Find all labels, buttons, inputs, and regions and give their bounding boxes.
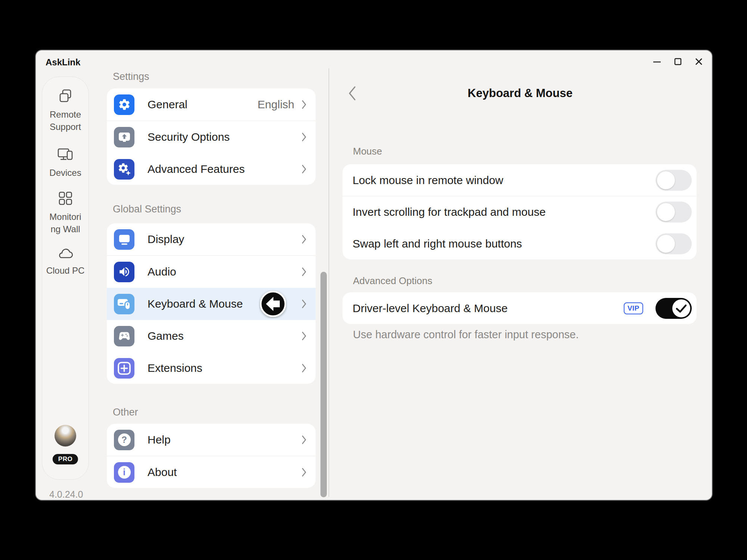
nav-label-line: Remote	[50, 109, 81, 119]
screen-upload-icon	[114, 127, 134, 147]
nav-label-line: ng Wall	[50, 224, 80, 234]
list-item-label: Extensions	[148, 362, 301, 374]
nav-label-line: Support	[50, 122, 81, 132]
avatar[interactable]	[55, 425, 76, 447]
pro-badge: PRO	[53, 454, 78, 464]
list-item-general[interactable]: General English	[107, 88, 316, 121]
section-header-settings: Settings	[113, 73, 149, 83]
setting-label: Driver-level Keyboard & Mouse	[353, 302, 624, 315]
info-icon: i	[114, 462, 134, 483]
nav-label-line: Cloud PC	[46, 265, 85, 276]
plus-square-icon	[114, 358, 134, 379]
list-item-help[interactable]: ? Help	[107, 424, 316, 456]
chevron-right-icon	[301, 299, 307, 309]
list-item-security-options[interactable]: Security Options	[107, 121, 316, 153]
app-title: AskLink	[46, 57, 80, 68]
list-item-audio[interactable]: Audio	[107, 256, 316, 288]
list-item-label: Advanced Features	[148, 163, 301, 175]
invert-scrolling-toggle[interactable]	[655, 202, 692, 223]
list-item-value: English	[258, 98, 294, 111]
page-title: Keyboard & Mouse	[329, 87, 711, 100]
sidebar-item-monitoring-wall[interactable]: Monitori ng Wall	[42, 190, 89, 235]
list-item-label: About	[148, 466, 301, 479]
list-item-extensions[interactable]: Extensions	[107, 352, 316, 384]
cloud-icon	[57, 247, 74, 260]
list-item-display[interactable]: Display	[107, 223, 316, 255]
lock-mouse-toggle[interactable]	[655, 170, 692, 191]
nav-label-line: Monitori	[49, 212, 81, 222]
gamepad-icon	[114, 326, 134, 346]
check-icon	[672, 299, 690, 317]
setting-label: Invert scrolling for trackpad and mouse	[353, 206, 655, 218]
sidebar-nav: Remote Support Devices Monitori ng Wall	[42, 77, 89, 480]
settings-card: General English Security Options	[107, 88, 316, 185]
section-header-global-settings: Global Settings	[113, 203, 181, 215]
chevron-right-icon	[301, 234, 307, 244]
monitoring-wall-icon	[58, 190, 73, 206]
app-version: 4.0.24.0	[49, 489, 83, 500]
other-card: ? Help i About	[107, 424, 316, 488]
chevron-right-icon	[301, 331, 307, 341]
driver-level-toggle[interactable]	[655, 298, 692, 319]
setting-row-lock-mouse: Lock mouse in remote window	[342, 164, 697, 196]
setting-row-driver-level: Driver-level Keyboard & Mouse VIP	[342, 292, 697, 324]
toggle-knob	[672, 299, 690, 317]
chevron-right-icon	[301, 100, 307, 109]
chevron-right-icon	[301, 467, 307, 477]
sidebar-item-devices[interactable]: Devices	[42, 147, 89, 179]
mouse-cursor-icon	[259, 290, 287, 320]
gear-sparkle-icon	[114, 159, 134, 180]
nav-label-line: Devices	[49, 168, 81, 178]
chevron-right-icon	[301, 363, 307, 373]
chevron-right-icon	[301, 435, 307, 445]
scrollbar-thumb[interactable]	[320, 272, 327, 497]
monitor-icon	[114, 229, 134, 250]
toggle-knob	[657, 235, 675, 253]
list-item-label: General	[148, 98, 258, 111]
list-item-about[interactable]: i About	[107, 456, 316, 488]
setting-label: Swap left and right mouse buttons	[353, 237, 655, 250]
question-glyph: ?	[121, 435, 127, 445]
info-glyph: i	[123, 467, 125, 477]
chevron-right-icon	[301, 267, 307, 277]
detail-panel: Keyboard & Mouse Mouse Lock mouse in rem…	[329, 50, 711, 500]
section-header-mouse: Mouse	[353, 146, 382, 157]
list-item-label: Security Options	[148, 131, 301, 143]
chevron-right-icon	[301, 132, 307, 142]
setting-footnote: Use hardware control for faster input re…	[353, 329, 579, 341]
setting-row-invert-scrolling: Invert scrolling for trackpad and mouse	[342, 196, 697, 228]
remote-support-icon	[58, 88, 73, 104]
chevron-right-icon	[301, 164, 307, 174]
sidebar-item-remote-support[interactable]: Remote Support	[42, 88, 89, 133]
app-window: AskLink Remote Support	[36, 50, 712, 500]
list-item-label: Games	[148, 330, 301, 342]
list-item-games[interactable]: Games	[107, 320, 316, 352]
section-header-other: Other	[113, 407, 138, 418]
list-item-label: Display	[148, 233, 301, 246]
swap-buttons-toggle[interactable]	[655, 233, 692, 254]
toggle-knob	[657, 203, 675, 221]
keyboard-mouse-icon	[114, 294, 134, 314]
setting-label: Lock mouse in remote window	[353, 174, 655, 187]
list-item-label: Help	[148, 433, 301, 446]
vip-badge: VIP	[624, 302, 643, 314]
setting-row-swap-buttons: Swap left and right mouse buttons	[342, 228, 697, 259]
speaker-icon	[114, 262, 134, 282]
sidebar-item-cloud-pc[interactable]: Cloud PC	[42, 247, 89, 277]
question-icon: ?	[114, 430, 134, 450]
mouse-settings-card: Lock mouse in remote window Invert scrol…	[342, 164, 697, 259]
section-header-advanced-options: Advanced Options	[353, 275, 432, 287]
settings-list-panel: Settings General English	[107, 73, 316, 498]
advanced-options-card: Driver-level Keyboard & Mouse VIP	[342, 292, 697, 324]
list-item-advanced-features[interactable]: Advanced Features	[107, 153, 316, 185]
devices-icon	[57, 147, 74, 162]
gear-icon	[114, 94, 134, 115]
list-item-label: Audio	[148, 265, 301, 278]
toggle-knob	[657, 171, 675, 189]
